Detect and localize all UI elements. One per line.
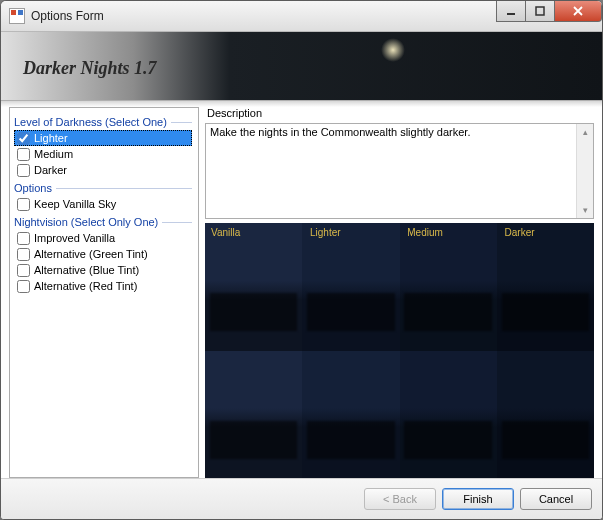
darkness-option-medium[interactable]: Medium: [14, 146, 192, 162]
titlebar: Options Form: [1, 1, 602, 32]
options-list: Level of Darkness (Select One) Lighter M…: [9, 107, 199, 478]
window-title: Options Form: [31, 9, 104, 23]
nightvision-option-green[interactable]: Alternative (Green Tint): [14, 246, 192, 262]
preview-cell-medium-bottom: [400, 351, 497, 479]
darkness-option-lighter[interactable]: Lighter: [14, 130, 192, 146]
preview-cell-darker-top: [497, 223, 594, 351]
finish-button[interactable]: Finish: [442, 488, 514, 510]
nightvision-option-improved-vanilla[interactable]: Improved Vanilla: [14, 230, 192, 246]
cancel-button[interactable]: Cancel: [520, 488, 592, 510]
preview-cell-vanilla-bottom: [205, 351, 302, 479]
minimize-button[interactable]: [496, 1, 526, 22]
preview-cell-medium-top: [400, 223, 497, 351]
window-controls: [497, 1, 602, 22]
darkness-option-label: Darker: [34, 164, 67, 176]
nightvision-option-label: Alternative (Green Tint): [34, 248, 148, 260]
mod-title: Darker Nights 1.7: [23, 58, 157, 79]
preview-cell-lighter-bottom: [302, 351, 399, 479]
scroll-down-icon[interactable]: ▾: [577, 202, 593, 218]
description-text: Make the nights in the Commonwealth slig…: [210, 126, 470, 138]
preview-cell-vanilla-top: [205, 223, 302, 351]
darkness-checkbox-medium[interactable]: [17, 148, 30, 161]
option-keep-vanilla-sky[interactable]: Keep Vanilla Sky: [14, 196, 192, 212]
preview-panel: Vanilla Lighter Medium Darker: [205, 223, 594, 478]
nightvision-option-blue[interactable]: Alternative (Blue Tint): [14, 262, 192, 278]
nightvision-checkbox-2[interactable]: [17, 264, 30, 277]
option-label: Keep Vanilla Sky: [34, 198, 116, 210]
nightvision-checkbox-3[interactable]: [17, 280, 30, 293]
nightvision-option-red[interactable]: Alternative (Red Tint): [14, 278, 192, 294]
svg-rect-1: [536, 7, 544, 15]
close-button[interactable]: [554, 1, 602, 22]
darkness-group-header: Level of Darkness (Select One): [14, 116, 192, 128]
darkness-checkbox-darker[interactable]: [17, 164, 30, 177]
description-scrollbar[interactable]: ▴ ▾: [576, 124, 593, 218]
options-group-header: Options: [14, 182, 192, 194]
nightvision-group-header: Nightvision (Select Only One): [14, 216, 192, 228]
description-label: Description: [207, 107, 594, 119]
banner-glow: [381, 38, 405, 62]
right-panel: Description Make the nights in the Commo…: [205, 107, 594, 478]
nightvision-checkbox-0[interactable]: [17, 232, 30, 245]
svg-rect-0: [507, 13, 515, 15]
preview-cell-lighter-top: [302, 223, 399, 351]
darkness-checkbox-lighter[interactable]: [17, 132, 30, 145]
footer: < Back Finish Cancel: [1, 478, 602, 519]
option-checkbox-keep-vanilla-sky[interactable]: [17, 198, 30, 211]
maximize-button[interactable]: [525, 1, 555, 22]
preview-label-lighter: Lighter: [310, 227, 341, 238]
app-icon: [9, 8, 25, 24]
nightvision-checkbox-1[interactable]: [17, 248, 30, 261]
description-box: Make the nights in the Commonwealth slig…: [205, 123, 594, 219]
preview-label-darker: Darker: [505, 227, 535, 238]
preview-label-medium: Medium: [407, 227, 443, 238]
body: Level of Darkness (Select One) Lighter M…: [1, 101, 602, 478]
scroll-up-icon[interactable]: ▴: [577, 124, 593, 140]
nightvision-option-label: Alternative (Blue Tint): [34, 264, 139, 276]
nightvision-option-label: Alternative (Red Tint): [34, 280, 137, 292]
preview-label-vanilla: Vanilla: [211, 227, 240, 238]
darkness-option-label: Lighter: [34, 132, 68, 144]
options-window: Options Form Darker Nights 1.7 Level of …: [0, 0, 603, 520]
darkness-option-darker[interactable]: Darker: [14, 162, 192, 178]
preview-cell-darker-bottom: [497, 351, 594, 479]
darkness-option-label: Medium: [34, 148, 73, 160]
back-button: < Back: [364, 488, 436, 510]
header-banner: Darker Nights 1.7: [1, 32, 602, 101]
nightvision-option-label: Improved Vanilla: [34, 232, 115, 244]
